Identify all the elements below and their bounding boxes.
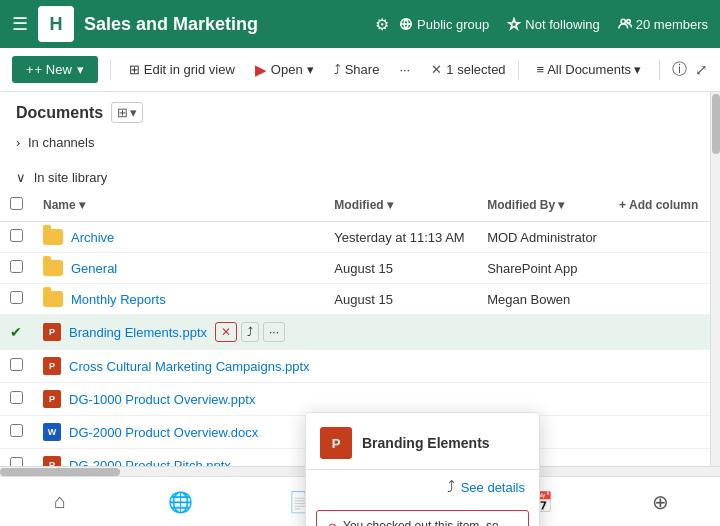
add-col-cell <box>609 222 710 253</box>
toolbar-separator <box>110 60 111 80</box>
row-checkbox-cell <box>0 449 33 467</box>
settings-icon[interactable]: ⚙ <box>375 15 389 34</box>
modified-cell: Yesterday at 11:13 AM <box>324 222 477 253</box>
info-button[interactable]: ⓘ <box>672 60 687 79</box>
file-link[interactable]: Cross Cultural Marketing Campaigns.pptx <box>69 359 310 374</box>
row-checkbox[interactable] <box>10 424 23 437</box>
popup-header: P Branding Elements <box>306 413 539 469</box>
file-link[interactable]: DG-1000 Product Overview.pptx <box>69 392 255 407</box>
main-content: Documents ⊞▾ › In channels ∨ In site lib… <box>0 92 710 466</box>
share-icon: ⤴ <box>334 62 341 77</box>
th-modified[interactable]: Modified ▾ <box>324 189 477 222</box>
row-checkbox-cell <box>0 284 33 315</box>
svg-point-1 <box>621 19 625 23</box>
vertical-scrollbar[interactable] <box>710 92 720 466</box>
in-site-library-toggle[interactable]: ∨ In site library <box>0 166 710 189</box>
h-scroll-thumb[interactable] <box>0 468 120 476</box>
cancel-checkout-btn[interactable]: ✕ <box>215 322 237 342</box>
row-checkbox[interactable] <box>10 229 23 242</box>
popup-see-details: ⤴ See details <box>306 470 539 504</box>
folder-icon <box>43 291 63 307</box>
expand-button[interactable]: ⤢ <box>695 61 708 79</box>
modified-cell: August 15 <box>324 284 477 315</box>
close-selected-icon[interactable]: ✕ <box>431 62 442 77</box>
open-chevron-icon: ▾ <box>307 62 314 77</box>
all-docs-chevron-icon: ▾ <box>634 62 641 77</box>
row-checkbox-cell <box>0 222 33 253</box>
modified-by-cell: SharePoint App <box>477 253 609 284</box>
toolbar-sep3 <box>659 60 660 80</box>
nav-home-button[interactable]: ⌂ <box>35 482 85 522</box>
chevron-right-icon: › <box>16 135 20 150</box>
popup-share-icon[interactable]: ⤴ <box>447 478 455 496</box>
row-checkbox[interactable] <box>10 291 23 304</box>
open-icon: ▶ <box>255 61 267 79</box>
pptx-icon: P <box>43 357 61 375</box>
row-checkbox[interactable] <box>10 358 23 371</box>
public-group-badge: Public group <box>399 17 489 32</box>
open-button[interactable]: ▶ Open ▾ <box>249 57 320 83</box>
more-actions-btn[interactable]: ··· <box>263 322 285 342</box>
toolbar-sep2 <box>518 60 519 80</box>
pptx-icon: P <box>43 323 61 341</box>
edit-grid-button[interactable]: ⊞ Edit in grid view <box>123 58 241 81</box>
row-checkbox-cell <box>0 416 33 449</box>
plus-icon: + <box>26 62 34 77</box>
table-row: General August 15 SharePoint App <box>0 253 710 284</box>
toolbar-right: ✕ 1 selected ≡ All Documents ▾ ⓘ ⤢ <box>431 58 708 81</box>
top-header: ☰ H Sales and Marketing ⚙ Public group N… <box>0 0 720 48</box>
add-col-cell <box>609 449 710 467</box>
docs-title: Documents <box>16 104 103 122</box>
popup-overlay: P Branding Elements ⤴ See details ⊗ You … <box>305 412 540 526</box>
row-checkbox[interactable] <box>10 391 23 404</box>
row-checkbox[interactable] <box>10 457 23 466</box>
file-name-cell: P Cross Cultural Marketing Campaigns.ppt… <box>33 350 324 383</box>
not-following-badge[interactable]: Not following <box>507 17 599 32</box>
row-checkbox[interactable] <box>10 260 23 273</box>
share-button[interactable]: ⤴ Share <box>328 58 386 81</box>
file-link-branding[interactable]: Branding Elements.pptx <box>69 325 207 340</box>
modified-by-cell <box>477 315 609 350</box>
section-gap <box>0 154 710 166</box>
file-link[interactable]: DG-2000 Product Overview.docx <box>69 425 258 440</box>
add-col-cell <box>609 416 710 449</box>
th-modified-by[interactable]: Modified By ▾ <box>477 189 609 222</box>
file-link[interactable]: General <box>71 261 117 276</box>
chevron-down-icon: ∨ <box>16 170 26 185</box>
content-scroll-area: Documents ⊞▾ › In channels ∨ In site lib… <box>0 92 720 466</box>
file-name-cell: Monthly Reports <box>33 284 324 315</box>
file-name-cell-branding: P Branding Elements.pptx ✕ ⤴ ··· <box>33 315 324 350</box>
app-logo: H <box>38 6 74 42</box>
copy-link-btn[interactable]: ⤴ <box>241 322 259 342</box>
th-add-column[interactable]: + Add column <box>609 189 710 222</box>
file-link[interactable]: Monthly Reports <box>71 292 166 307</box>
add-col-cell <box>609 253 710 284</box>
chevron-down-icon: ▾ <box>77 62 84 77</box>
view-toggle[interactable]: ⊞▾ <box>111 102 143 123</box>
table-header-row: Name ▾ Modified ▾ Modified By ▾ + Add co… <box>0 189 710 222</box>
svg-point-2 <box>627 20 631 24</box>
in-channels-toggle[interactable]: › In channels <box>0 131 710 154</box>
file-name-cell: P DG-1000 Product Overview.pptx <box>33 383 324 416</box>
members-badge[interactable]: 20 members <box>618 17 708 32</box>
row-checkbox-cell <box>0 383 33 416</box>
select-all-checkbox[interactable] <box>10 197 23 210</box>
plus-circle-icon: ⊕ <box>652 490 669 514</box>
th-name[interactable]: Name ▾ <box>33 189 324 222</box>
see-details-link[interactable]: See details <box>461 480 525 495</box>
file-link[interactable]: DG-2000 Product Pitch.pptx <box>69 458 231 467</box>
nav-plus-button[interactable]: ⊕ <box>635 482 685 522</box>
file-name-cell: General <box>33 253 324 284</box>
scroll-thumb[interactable] <box>712 94 720 154</box>
more-button[interactable]: ··· <box>393 58 416 81</box>
warning-icon: ⊗ <box>327 520 338 526</box>
table-row: Monthly Reports August 15 Megan Bowen <box>0 284 710 315</box>
nav-globe-button[interactable]: 🌐 <box>155 482 205 522</box>
new-button[interactable]: + + New ▾ <box>12 56 98 83</box>
add-col-cell <box>609 383 710 416</box>
add-col-cell <box>609 315 710 350</box>
file-name-cell: W DG-2000 Product Overview.docx <box>33 416 324 449</box>
file-link[interactable]: Archive <box>71 230 114 245</box>
hamburger-icon[interactable]: ☰ <box>12 13 28 35</box>
all-documents-button[interactable]: ≡ All Documents ▾ <box>531 58 647 81</box>
